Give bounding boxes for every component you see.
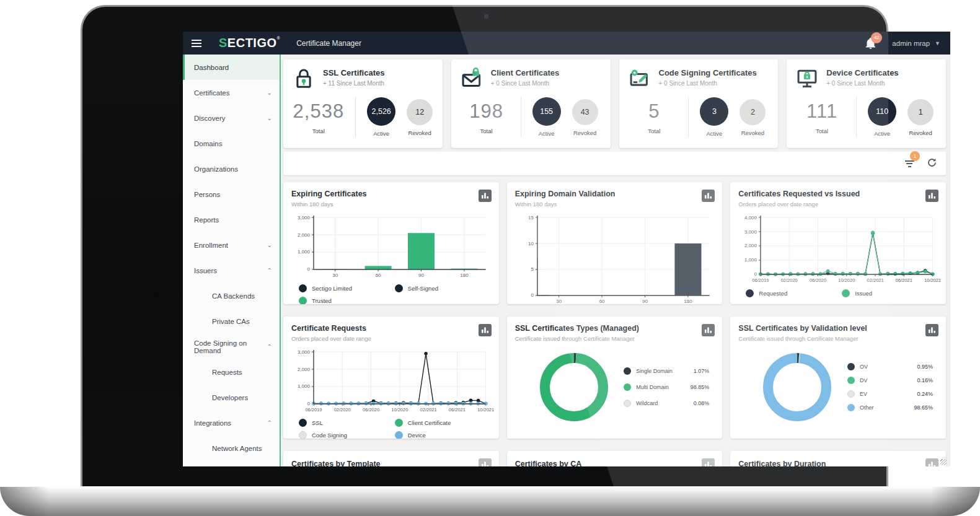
svg-text:0: 0 xyxy=(531,292,534,298)
donut-legend: Single Domain1.07%Multi Domain98.85%Wild… xyxy=(624,363,709,411)
laptop-base xyxy=(0,486,980,516)
chart-card-certificates-requested-vs-issued: Certificates Requested vs IssuedOrders p… xyxy=(730,182,946,304)
topbar: SECTIGO® Certificate Manager 42 admin mr… xyxy=(183,32,950,55)
chart-type-icon[interactable] xyxy=(702,190,715,202)
sidebar-item-issuers[interactable]: Issuers⌃ xyxy=(183,258,280,283)
svg-text:180: 180 xyxy=(460,273,469,278)
legend-item-dv[interactable]: DV0.16% xyxy=(847,374,933,387)
sidebar-item-ca-backends[interactable]: CA Backends xyxy=(183,283,280,308)
sidebar-item-domains[interactable]: Domains xyxy=(183,131,280,156)
legend-dot xyxy=(847,390,855,398)
notifications-bell-icon[interactable]: 42 xyxy=(865,38,876,49)
sidebar-item-reports[interactable]: Reports xyxy=(183,207,280,232)
sidebar-item-label: Network Agents xyxy=(212,445,262,452)
sectigo-logo[interactable]: SECTIGO® xyxy=(219,36,280,50)
legend-item-ev[interactable]: EV0.24% xyxy=(847,387,933,401)
chart-card-ssl-certificates-by-validation-level: SSL Certificates by Validation levelCert… xyxy=(730,317,946,439)
ssl-lock-icon xyxy=(292,67,316,90)
chart-type-icon[interactable] xyxy=(479,324,492,336)
legend-item-trusted[interactable]: Trusted xyxy=(299,297,395,304)
chart-title: Expiring Certificates xyxy=(291,190,491,198)
sidebar-item-label: Developers xyxy=(212,394,248,401)
hamburger-menu-icon[interactable] xyxy=(192,40,204,47)
svg-text:90: 90 xyxy=(642,299,648,304)
legend-item-multi-domain[interactable]: Multi Domain98.85% xyxy=(624,379,709,395)
svg-text:1,000: 1,000 xyxy=(298,383,311,389)
chart-type-icon[interactable] xyxy=(702,458,715,466)
chart-type-icon[interactable] xyxy=(479,458,492,466)
donut-legend: OV0.95%DV0.16%EV0.24%Other98.65% xyxy=(847,360,933,414)
svg-text:30: 30 xyxy=(556,299,562,304)
legend-item-device[interactable]: Device xyxy=(395,431,491,439)
sidebar-item-enrollment[interactable]: Enrollment⌄ xyxy=(183,232,280,258)
bar-chart-plot: 01,0002,0003,000306090180 xyxy=(291,212,491,279)
sidebar-item-label: Certificates xyxy=(194,89,230,97)
user-menu[interactable]: admin mrap ▼ xyxy=(892,40,940,47)
legend-item-issued[interactable]: Issued xyxy=(842,289,938,297)
chart-card-certificate-requests: Certificate RequestsOrders placed over d… xyxy=(283,317,499,439)
sidebar-item-requests[interactable]: Requests xyxy=(183,359,280,385)
stat-card-body: 198Total155Active43Revoked xyxy=(460,97,602,138)
total-block: 111Total xyxy=(799,100,845,134)
sidebar-item-private-cas[interactable]: Private CAs xyxy=(183,308,280,334)
sidebar-item-discovery[interactable]: Discovery⌄ xyxy=(183,105,280,131)
legend-item-self-signed[interactable]: Self-Signed xyxy=(395,284,491,292)
svg-text:1,000: 1,000 xyxy=(298,249,311,255)
sidebar-item-code-signing-on-demand[interactable]: Code Signing on Demand⌃ xyxy=(183,334,280,359)
chart-card-certificates-by-ca: Certificates by CA xyxy=(507,451,723,466)
stat-card-title: Device Certificates xyxy=(826,67,898,77)
charts-row-3: Certificates by TemplateCertificates by … xyxy=(283,451,946,466)
legend-label: Client Certificate xyxy=(408,419,451,426)
legend-item-requested[interactable]: Requested xyxy=(746,289,842,297)
registered-mark: ® xyxy=(277,36,281,40)
stat-card-delta: + 11 Since Last Month xyxy=(323,80,384,87)
sidebar-item-developers[interactable]: Developers xyxy=(183,385,280,410)
chart-title: Certificate Requests xyxy=(291,324,491,333)
sidebar-item-persons[interactable]: Persons xyxy=(183,181,280,207)
sidebar-item-organizations[interactable]: Organizations xyxy=(183,156,280,181)
active-label: Active xyxy=(367,130,395,137)
sidebar-item-label: Requests xyxy=(212,369,242,376)
filter-icon[interactable]: 1 xyxy=(903,158,916,169)
svg-text:2,000: 2,000 xyxy=(298,367,311,372)
svg-text:2,000: 2,000 xyxy=(298,232,311,238)
legend-item-ov[interactable]: OV0.95% xyxy=(847,360,933,374)
legend-item-single-domain[interactable]: Single Domain1.07% xyxy=(624,363,709,379)
filter-count-badge: 1 xyxy=(910,151,920,161)
logo-s: S xyxy=(219,36,227,50)
legend-percent: 0.08% xyxy=(686,400,709,406)
chart-type-icon[interactable] xyxy=(925,190,938,202)
active-count-circle: 155 xyxy=(532,97,561,126)
chart-type-icon[interactable] xyxy=(925,324,938,336)
refresh-icon[interactable] xyxy=(927,157,937,170)
svg-text:0: 0 xyxy=(307,401,311,406)
chart-type-icon[interactable] xyxy=(925,458,938,466)
legend-item-sectigo-limited[interactable]: Sectigo Limited xyxy=(299,284,395,292)
revoked-count-circle: 1 xyxy=(907,99,934,125)
sidebar-item-integrations[interactable]: Integrations⌃ xyxy=(183,410,280,435)
sidebar-item-certificates[interactable]: Certificates⌄ xyxy=(183,80,280,105)
chart-legend: SSLClient CertificateCode SigningDevice xyxy=(291,419,491,439)
sidebar-item-network-agents[interactable]: Network Agents xyxy=(183,435,280,461)
legend-dot xyxy=(395,419,403,427)
legend-item-client-certificate[interactable]: Client Certificate xyxy=(395,419,491,427)
legend-item-wildcard[interactable]: Wildcard0.08% xyxy=(624,395,709,411)
chart-type-icon[interactable] xyxy=(479,190,492,202)
legend-item-code-signing[interactable]: Code Signing xyxy=(299,431,395,439)
svg-text:06/2021: 06/2021 xyxy=(896,278,912,283)
legend-item-ssl[interactable]: SSL xyxy=(299,419,395,427)
legend-label: Requested xyxy=(759,290,787,297)
legend-item-other[interactable]: Other98.65% xyxy=(847,401,933,414)
sidebar-item-dashboard[interactable]: Dashboard xyxy=(183,55,280,80)
total-value: 111 xyxy=(799,100,845,123)
resize-grip[interactable] xyxy=(940,459,947,465)
chart-legend: RequestedIssued xyxy=(738,289,938,297)
svg-text:10: 10 xyxy=(528,241,534,247)
sidebar: DashboardCertificates⌄Discovery⌄DomainsO… xyxy=(183,55,281,466)
chart-type-icon[interactable] xyxy=(702,324,715,336)
stat-card-delta: + 0 Since Last Month xyxy=(491,80,560,87)
legend-dot xyxy=(847,363,855,370)
stat-card-title: Client Certificates xyxy=(491,67,560,77)
legend-label: Single Domain xyxy=(636,368,681,374)
chart-card-certificates-by-duration: Certificates by Duration xyxy=(730,451,946,466)
